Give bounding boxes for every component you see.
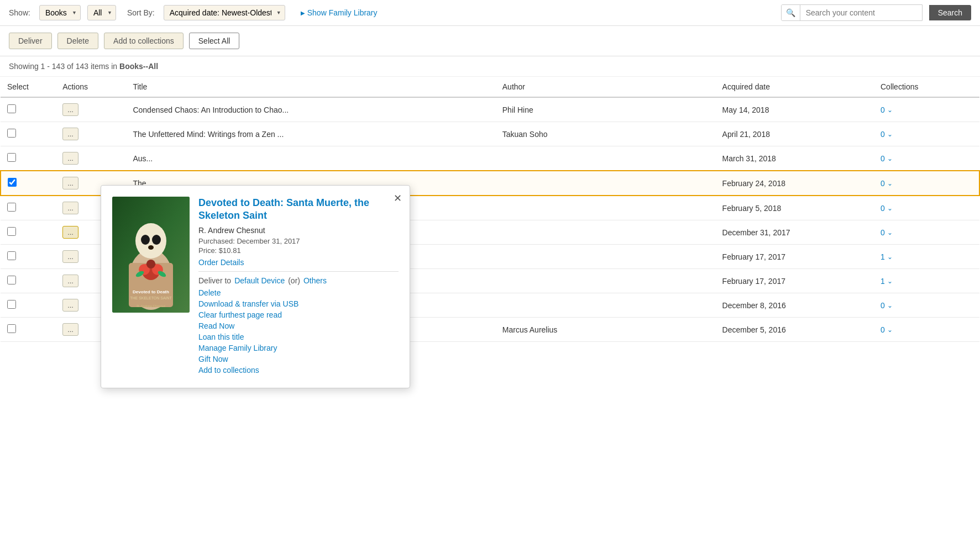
collections-count: 0: [881, 179, 885, 188]
delete-link[interactable]: Delete: [198, 288, 399, 297]
select-all-button[interactable]: Select All: [189, 33, 240, 49]
row-date: February 17, 2017: [722, 252, 785, 261]
collections-chevron-icon: ⌄: [887, 106, 893, 114]
row-select-cell: [1, 171, 56, 196]
row-collections[interactable]: 0 ⌄: [881, 325, 973, 334]
collections-chevron-icon: ⌄: [887, 204, 893, 212]
row-actions-button[interactable]: ...: [62, 152, 78, 165]
order-details-link[interactable]: Order Details: [198, 258, 244, 267]
sort-dropdown-wrapper: Acquired date: Newest-Oldest: [164, 5, 285, 20]
popup-purchased: Purchased: December 31, 2017: [198, 237, 399, 245]
row-date-cell: February 17, 2017: [716, 245, 874, 269]
row-collections-cell: 0 ⌄: [874, 220, 979, 245]
deliver-button[interactable]: Deliver: [9, 33, 52, 49]
row-title-cell: Aus...: [126, 146, 495, 171]
row-collections-cell: 0 ⌄: [874, 318, 979, 342]
row-checkbox[interactable]: [7, 203, 16, 212]
row-date-cell: March 31, 2018: [716, 146, 874, 171]
collections-count: 1: [881, 277, 885, 286]
purchased-label: Purchased:: [198, 237, 235, 245]
row-checkbox[interactable]: [7, 104, 16, 113]
show-books-select[interactable]: Books: [39, 5, 81, 20]
svg-text:THE SKELETON SAINT: THE SKELETON SAINT: [130, 296, 172, 300]
row-checkbox[interactable]: [8, 178, 17, 187]
row-author-cell: [496, 220, 716, 245]
others-link[interactable]: Others: [303, 276, 327, 285]
row-date: April 21, 2018: [722, 130, 770, 139]
row-collections[interactable]: 1 ⌄: [881, 277, 973, 286]
collections-chevron-icon: ⌄: [887, 277, 893, 285]
row-collections[interactable]: 0 ⌄: [881, 154, 973, 163]
read-now-link[interactable]: Read Now: [198, 321, 399, 330]
row-date: May 14, 2018: [722, 106, 769, 114]
row-actions-button[interactable]: ...: [62, 250, 78, 263]
row-collections-cell: 1 ⌄: [874, 269, 979, 293]
row-checkbox[interactable]: [7, 153, 16, 162]
row-select-cell: [1, 196, 56, 220]
filter-select[interactable]: All: [87, 5, 116, 20]
filter-dropdown-wrapper: All: [87, 5, 116, 20]
row-collections[interactable]: 0 ⌄: [881, 228, 973, 237]
row-actions-button[interactable]: ...: [62, 323, 78, 336]
row-author-cell: Takuan Soho: [496, 122, 716, 146]
row-collections-cell: 0 ⌄: [874, 171, 979, 196]
row-author-cell: [496, 196, 716, 220]
popup-details: Devoted to Death: Santa Muerte, the Skel…: [198, 197, 399, 342]
row-collections[interactable]: 0 ⌄: [881, 301, 973, 310]
row-actions-button[interactable]: ...: [62, 275, 78, 287]
row-collections-cell: 0 ⌄: [874, 122, 979, 146]
row-actions-button[interactable]: ...: [62, 103, 78, 116]
row-checkbox[interactable]: [7, 251, 16, 260]
row-collections[interactable]: 0 ⌄: [881, 179, 972, 188]
popup-close-button[interactable]: ✕: [394, 192, 402, 204]
row-checkbox[interactable]: [7, 227, 16, 236]
row-date: February 5, 2018: [722, 204, 782, 213]
col-header-title: Title: [126, 77, 495, 97]
row-select-cell: [1, 269, 56, 293]
collections-count: 1: [881, 252, 885, 261]
collections-count: 0: [881, 154, 885, 163]
collections-count: 0: [881, 106, 885, 114]
row-select-cell: [1, 122, 56, 146]
row-select-cell: [1, 245, 56, 269]
loan-link[interactable]: Loan this title: [198, 333, 399, 341]
row-collections[interactable]: 0 ⌄: [881, 204, 973, 213]
row-actions-cell: ...: [56, 122, 126, 146]
row-collections[interactable]: 1 ⌄: [881, 252, 973, 261]
col-header-author: Author: [496, 77, 716, 97]
add-collections-button[interactable]: Add to collections: [104, 33, 184, 49]
row-actions-button[interactable]: ...: [62, 128, 78, 140]
row-checkbox[interactable]: [7, 276, 16, 284]
book-cover-inner: Devoted to Death THE SKELETON SAINT R. A…: [112, 197, 190, 313]
row-checkbox[interactable]: [7, 324, 16, 333]
row-checkbox[interactable]: [7, 300, 16, 309]
clear-link[interactable]: Clear furthest page read: [198, 310, 399, 319]
top-bar: Show: Books All Sort By: Acquired date: …: [0, 0, 980, 26]
row-title: Aus...: [133, 154, 153, 163]
row-actions-button[interactable]: ...: [62, 177, 78, 189]
row-actions-button[interactable]: ...: [62, 202, 78, 214]
search-input[interactable]: [800, 5, 922, 20]
row-collections[interactable]: 0 ⌄: [881, 106, 973, 114]
download-link[interactable]: Download & transfer via USB: [198, 299, 399, 308]
svg-point-3: [135, 223, 166, 259]
row-collections-cell: 0 ⌄: [874, 196, 979, 220]
row-date: December 31, 2017: [722, 228, 790, 237]
row-actions-cell: ...: [56, 97, 126, 122]
sort-select[interactable]: Acquired date: Newest-Oldest: [164, 5, 285, 20]
row-actions-button[interactable]: ...: [62, 299, 78, 312]
delete-button[interactable]: Delete: [57, 33, 98, 49]
showing-info: Showing 1 - 143 of 143 items in Books--A…: [0, 56, 980, 77]
row-checkbox[interactable]: [7, 129, 16, 138]
svg-point-5: [152, 235, 161, 245]
row-author-cell: Phil Hine: [496, 97, 716, 122]
collections-count: 0: [881, 301, 885, 310]
row-date-cell: December 5, 2016: [716, 318, 874, 342]
row-select-cell: [1, 293, 56, 318]
family-library-link[interactable]: Show Family Library: [301, 8, 378, 17]
row-actions-button[interactable]: ...: [62, 226, 78, 239]
row-collections[interactable]: 0 ⌄: [881, 130, 973, 139]
default-device-link[interactable]: Default Device: [234, 276, 285, 285]
col-header-select: Select: [1, 77, 56, 97]
search-button[interactable]: Search: [929, 5, 971, 20]
